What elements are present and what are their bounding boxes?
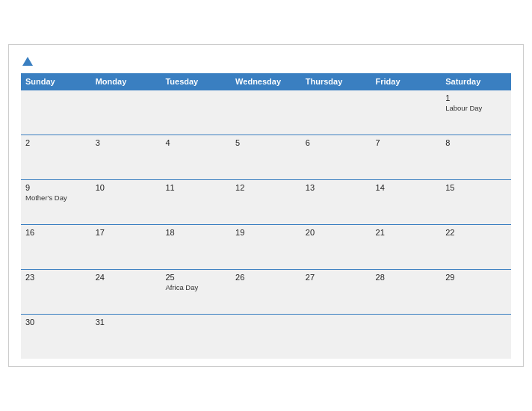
day-cell: 1Labour Day: [441, 90, 511, 135]
day-cell: 20: [301, 224, 371, 269]
day-number: 10: [96, 183, 157, 192]
weekday-header-monday: Monday: [91, 73, 161, 90]
day-cell: 8: [441, 135, 511, 179]
day-cell: [371, 90, 442, 135]
day-number: 17: [96, 228, 157, 237]
day-number: 19: [235, 228, 297, 237]
day-number: 16: [25, 228, 87, 237]
calendar-header: [21, 57, 511, 66]
day-number: 4: [165, 138, 226, 147]
holiday-label: Labour Day: [445, 104, 507, 112]
day-cell: 24: [91, 269, 161, 314]
day-cell: 16: [21, 224, 91, 269]
day-cell: 3: [91, 135, 161, 179]
day-number: 29: [445, 273, 507, 282]
weekday-header-thursday: Thursday: [301, 73, 371, 90]
day-cell: [231, 90, 301, 135]
day-cell: 27: [301, 269, 371, 314]
day-number: 27: [306, 273, 367, 282]
day-cell: 14: [371, 179, 442, 224]
weekday-header-saturday: Saturday: [441, 73, 511, 90]
day-cell: 13: [301, 179, 371, 224]
day-cell: 30: [21, 314, 91, 359]
day-number: 30: [25, 318, 87, 327]
day-number: 8: [445, 138, 507, 147]
day-number: 14: [376, 183, 437, 192]
day-number: 7: [376, 138, 437, 147]
weekday-header-tuesday: Tuesday: [161, 73, 231, 90]
day-number: 23: [25, 273, 87, 282]
day-cell: [21, 90, 91, 135]
day-cell: 11: [161, 179, 231, 224]
week-row-0: 1Labour Day: [21, 90, 511, 135]
day-cell: 10: [91, 179, 161, 224]
day-number: 1: [445, 93, 507, 102]
day-cell: [441, 314, 511, 359]
day-cell: 15: [441, 179, 511, 224]
week-row-4: 232425Africa Day26272829: [21, 269, 511, 314]
logo-triangle-icon: [22, 57, 33, 66]
day-cell: 2: [21, 135, 91, 179]
weekday-header-row: SundayMondayTuesdayWednesdayThursdayFrid…: [21, 73, 511, 90]
day-number: 28: [376, 273, 437, 282]
day-number: 11: [165, 183, 226, 192]
day-number: 5: [235, 138, 297, 147]
day-number: 2: [25, 138, 87, 147]
day-cell: 6: [301, 135, 371, 179]
day-cell: 26: [231, 269, 301, 314]
day-cell: [91, 90, 161, 135]
holiday-label: Mother's Day: [25, 194, 87, 202]
day-number: 22: [445, 228, 507, 237]
weekday-header-sunday: Sunday: [21, 73, 91, 90]
day-cell: 31: [91, 314, 161, 359]
day-number: 26: [235, 273, 297, 282]
day-cell: 18: [161, 224, 231, 269]
day-cell: 9Mother's Day: [21, 179, 91, 224]
day-number: 21: [376, 228, 437, 237]
weekday-header-friday: Friday: [371, 73, 442, 90]
day-cell: 22: [441, 224, 511, 269]
day-number: 31: [96, 318, 157, 327]
day-number: 13: [306, 183, 367, 192]
day-cell: 21: [371, 224, 442, 269]
day-cell: 25Africa Day: [161, 269, 231, 314]
day-number: 18: [165, 228, 226, 237]
week-row-2: 9Mother's Day101112131415: [21, 179, 511, 224]
day-cell: 17: [91, 224, 161, 269]
day-number: 12: [235, 183, 297, 192]
day-number: 25: [165, 273, 226, 282]
logo: [21, 57, 33, 66]
day-cell: 19: [231, 224, 301, 269]
day-number: 6: [306, 138, 367, 147]
week-row-3: 16171819202122: [21, 224, 511, 269]
day-number: 3: [96, 138, 157, 147]
day-cell: 12: [231, 179, 301, 224]
day-cell: [161, 314, 231, 359]
calendar-table: SundayMondayTuesdayWednesdayThursdayFrid…: [21, 73, 511, 359]
day-cell: [301, 314, 371, 359]
calendar-container: SundayMondayTuesdayWednesdayThursdayFrid…: [8, 44, 524, 368]
week-row-1: 2345678: [21, 135, 511, 179]
week-row-5: 3031: [21, 314, 511, 359]
day-number: 24: [96, 273, 157, 282]
day-cell: 28: [371, 269, 442, 314]
day-cell: [371, 314, 442, 359]
day-cell: [231, 314, 301, 359]
day-cell: 29: [441, 269, 511, 314]
day-cell: [301, 90, 371, 135]
day-number: 20: [306, 228, 367, 237]
holiday-label: Africa Day: [165, 283, 226, 291]
day-cell: [161, 90, 231, 135]
day-cell: 7: [371, 135, 442, 179]
day-cell: 23: [21, 269, 91, 314]
day-cell: 4: [161, 135, 231, 179]
day-number: 9: [25, 183, 87, 192]
day-cell: 5: [231, 135, 301, 179]
day-number: 15: [445, 183, 507, 192]
weekday-header-wednesday: Wednesday: [231, 73, 301, 90]
